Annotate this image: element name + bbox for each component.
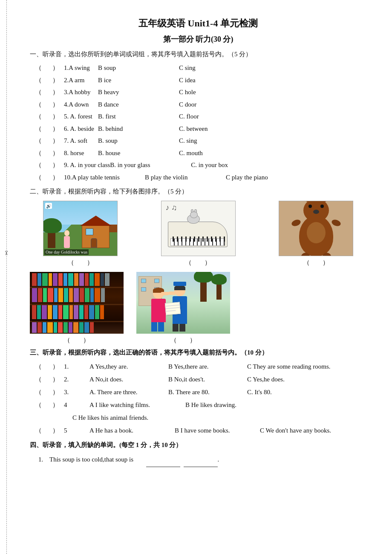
window-3 xyxy=(141,287,146,291)
bracket-4: （ xyxy=(30,98,47,111)
audio-icon[interactable]: 🔊 xyxy=(45,203,52,209)
q3-num: 3.A hobby xyxy=(64,86,98,98)
question-1: （ ） 1.A swing B soup C sing xyxy=(30,62,366,74)
s3-bracket-3: （ xyxy=(30,386,47,398)
book xyxy=(68,273,73,286)
bear-ear-right xyxy=(320,201,328,202)
person2-head xyxy=(174,285,185,296)
paper-line-1 xyxy=(165,305,179,307)
question-10: （ ） 10.A play table tennis B play the vi… xyxy=(30,171,366,184)
person2-legs xyxy=(173,324,187,332)
book xyxy=(37,322,42,333)
book xyxy=(58,273,63,286)
book xyxy=(32,273,37,286)
q2-c: C idea xyxy=(179,74,196,87)
bracket-9: （ xyxy=(30,159,47,171)
book xyxy=(80,288,84,302)
book xyxy=(37,305,41,319)
book xyxy=(58,322,63,333)
s3-q1: （ ） 1. A Yes,they are. B Yes,there are. … xyxy=(30,360,366,373)
books-row-2 xyxy=(32,288,105,302)
book xyxy=(90,322,94,333)
q7-b: B. soup xyxy=(98,135,179,147)
s3-q5-b: B I have some books. xyxy=(175,424,260,437)
q8-num: 8. horse xyxy=(64,147,98,159)
q1-b: B soup xyxy=(98,62,179,74)
image-library xyxy=(30,272,124,334)
bear-nose xyxy=(313,210,319,214)
bear-leg-l xyxy=(301,253,310,256)
bear-ear-left xyxy=(305,201,312,202)
book xyxy=(54,322,57,333)
bear-eye-left xyxy=(308,205,312,208)
book xyxy=(101,273,104,286)
bracket-3-close: ） xyxy=(47,86,64,98)
bear-arm-l xyxy=(291,219,301,228)
image-goldilocks: One day Goldilocks was 🔊 xyxy=(43,201,118,256)
book xyxy=(58,305,62,319)
image-box-4: （ ） xyxy=(30,272,124,344)
book xyxy=(79,322,84,333)
image-piano: ♪ ♫ xyxy=(161,201,236,256)
s3-q4-c-row: C He likes his animal friends. xyxy=(30,411,366,424)
q4-num: 4.A down xyxy=(64,98,98,111)
q5-c: C. floor xyxy=(179,110,199,123)
person1-leg-r xyxy=(158,322,164,332)
book xyxy=(42,273,48,286)
s3-q3: （ ） 3. A. There are three. B. There are … xyxy=(30,386,366,398)
cat-head xyxy=(190,211,198,218)
bear-body xyxy=(299,216,333,256)
q5-b: B. first xyxy=(98,110,179,123)
book xyxy=(79,305,84,319)
cat-body xyxy=(187,214,200,224)
book xyxy=(47,322,53,333)
bracket-5-close: ） xyxy=(47,110,64,123)
section2-instruction: 二、听录音，根据所听内容，给下列各图排序。（5 分） xyxy=(30,188,366,196)
s3-q5-num: 5 xyxy=(64,424,89,437)
q6-b: B. behind xyxy=(98,123,179,135)
q7-num: 7. A. soft xyxy=(64,135,98,147)
book xyxy=(64,288,68,302)
s3-q2-b: B No,it does't. xyxy=(168,373,247,386)
s4-q1: 1. This soup is too cold,that soup is . xyxy=(38,453,366,467)
bracket-10: （ xyxy=(30,171,47,184)
q4-b: B dance xyxy=(98,98,179,111)
s3-bracket-2: （ xyxy=(30,373,47,386)
book xyxy=(53,305,58,319)
girl-head xyxy=(64,230,69,236)
s3-q4-b: B He likes drawing. xyxy=(185,398,236,411)
s3-q2-a: A No,it does. xyxy=(89,373,168,386)
tree-trunk-3 xyxy=(216,280,222,300)
book xyxy=(53,273,58,286)
book xyxy=(90,288,94,302)
s3-q5-a: A He has a book. xyxy=(89,424,175,437)
q6-c: C. between xyxy=(179,123,208,135)
person2-leg-l xyxy=(173,324,179,332)
tree-trunk-2 xyxy=(200,278,207,302)
scissors-vertical-icon: ✂ xyxy=(3,251,10,256)
bracket-8: （ xyxy=(30,147,47,159)
bracket-7-close: ） xyxy=(47,135,64,147)
q5-num: 5. A. forest xyxy=(64,110,98,123)
piano-black-keys xyxy=(170,237,225,242)
bracket-answer-5: （ ） xyxy=(170,336,196,344)
s3-bracket-1: （ xyxy=(30,360,47,373)
bracket-6: （ xyxy=(30,123,47,135)
s3-q5-c: C We don't have any books. xyxy=(260,424,331,437)
image-people-outdoor xyxy=(136,272,230,334)
bracket-10-close: ） xyxy=(47,171,64,184)
q10-c: C play the piano xyxy=(226,171,268,184)
s3-q1-b: B Yes,there are. xyxy=(168,360,247,373)
image-box-3: （ ） xyxy=(265,201,366,267)
question-6: （ ） 6. A. beside B. behind C. between xyxy=(30,123,366,135)
tree-top-3 xyxy=(211,274,227,285)
question-2: （ ） 2.A arm B ice C idea xyxy=(30,74,366,87)
bracket-2-close: ） xyxy=(47,74,64,87)
s3-bracket-4: （ xyxy=(30,398,47,411)
s3-q5: （ ） 5 A He has a book. B I have some boo… xyxy=(30,424,366,437)
book xyxy=(63,273,67,286)
book xyxy=(95,305,99,319)
image-box-5: （ ） xyxy=(136,272,230,344)
book xyxy=(74,273,78,286)
s3-bracket-5: （ xyxy=(30,424,47,437)
